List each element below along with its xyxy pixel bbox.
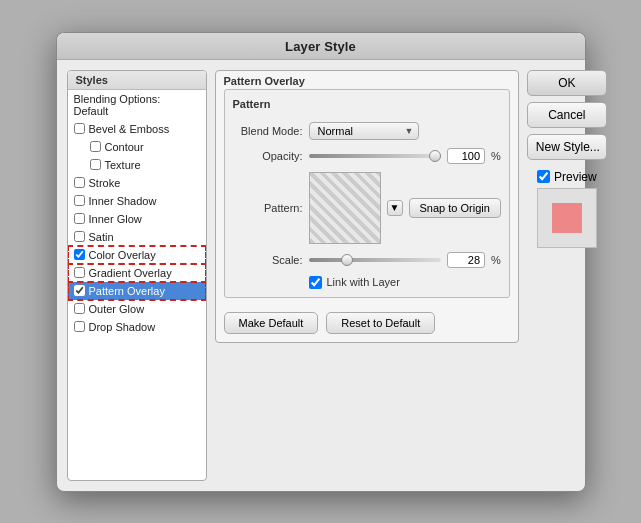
scale-label: Scale: — [233, 254, 303, 266]
styles-panel-title: Styles — [68, 71, 206, 90]
satin-checkbox[interactable] — [74, 231, 85, 242]
inner-shadow-checkbox[interactable] — [74, 195, 85, 206]
preview-checkbox[interactable] — [537, 170, 550, 183]
layer-style-dialog: Layer Style Styles Blending Options: Def… — [56, 32, 586, 492]
pattern-dropdown-btn[interactable]: ▼ — [387, 200, 403, 216]
blend-mode-row: Blend Mode: Normal Dissolve Multiply Scr… — [233, 122, 501, 140]
ok-button[interactable]: OK — [527, 70, 607, 96]
opacity-slider[interactable] — [309, 154, 442, 158]
pattern-subsection-title: Pattern — [233, 98, 501, 114]
sidebar-item-bevel-emboss[interactable]: Bevel & Emboss — [68, 120, 206, 138]
dialog-title: Layer Style — [57, 33, 585, 60]
center-panel: Pattern Overlay Pattern Blend Mode: Norm… — [215, 70, 519, 481]
sidebar-item-stroke[interactable]: Stroke — [68, 174, 206, 192]
gradient-overlay-checkbox[interactable] — [74, 267, 85, 278]
inner-glow-checkbox[interactable] — [74, 213, 85, 224]
sidebar-item-satin[interactable]: Satin — [68, 228, 206, 246]
sidebar-item-color-overlay[interactable]: Color Overlay — [68, 246, 206, 264]
pattern-swatch[interactable] — [309, 172, 381, 244]
opacity-row: Opacity: % — [233, 148, 501, 164]
stroke-checkbox[interactable] — [74, 177, 85, 188]
sidebar-item-contour[interactable]: Contour — [68, 138, 206, 156]
opacity-input[interactable] — [447, 148, 485, 164]
blend-mode-select[interactable]: Normal Dissolve Multiply Screen Overlay — [309, 122, 419, 140]
bottom-buttons: Make Default Reset to Default — [216, 306, 518, 342]
sidebar-item-inner-shadow[interactable]: Inner Shadow — [68, 192, 206, 210]
styles-panel: Styles Blending Options: Default Bevel &… — [67, 70, 207, 481]
drop-shadow-checkbox[interactable] — [74, 321, 85, 332]
color-overlay-checkbox[interactable] — [74, 249, 85, 260]
preview-section: Preview — [527, 170, 607, 248]
action-buttons: OK Cancel New Style... Preview — [527, 70, 607, 481]
contour-checkbox[interactable] — [90, 141, 101, 152]
pattern-overlay-title: Pattern Overlay — [216, 71, 518, 89]
preview-label-text: Preview — [554, 170, 597, 184]
link-layer-row: Link with Layer — [233, 276, 501, 289]
sidebar-item-outer-glow[interactable]: Outer Glow — [68, 300, 206, 318]
scale-input[interactable] — [447, 252, 485, 268]
pattern-preview-row: ▼ Snap to Origin — [309, 172, 501, 244]
texture-checkbox[interactable] — [90, 159, 101, 170]
blend-mode-label: Blend Mode: — [233, 125, 303, 137]
link-layer-checkbox[interactable] — [309, 276, 322, 289]
opacity-label: Opacity: — [233, 150, 303, 162]
sidebar-item-gradient-overlay[interactable]: Gradient Overlay — [68, 264, 206, 282]
opacity-slider-wrap: % — [309, 148, 501, 164]
preview-thumbnail — [537, 188, 597, 248]
cancel-button[interactable]: Cancel — [527, 102, 607, 128]
outer-glow-checkbox[interactable] — [74, 303, 85, 314]
scale-unit: % — [491, 254, 501, 266]
snap-to-origin-button[interactable]: Snap to Origin — [409, 198, 501, 218]
pattern-inner: Pattern Blend Mode: Normal Dissolve Mult… — [224, 89, 510, 298]
make-default-button[interactable]: Make Default — [224, 312, 319, 334]
sidebar-item-blending-options[interactable]: Blending Options: Default — [68, 90, 206, 120]
scale-slider-wrap: % — [309, 252, 501, 268]
scale-row: Scale: % — [233, 252, 501, 268]
opacity-unit: % — [491, 150, 501, 162]
reset-to-default-button[interactable]: Reset to Default — [326, 312, 435, 334]
sidebar-item-drop-shadow[interactable]: Drop Shadow — [68, 318, 206, 336]
blend-mode-select-wrapper: Normal Dissolve Multiply Screen Overlay … — [309, 122, 419, 140]
new-style-button[interactable]: New Style... — [527, 134, 607, 160]
preview-row: Preview — [537, 170, 597, 184]
sidebar-item-inner-glow[interactable]: Inner Glow — [68, 210, 206, 228]
blending-options-label: Blending Options: Default — [74, 93, 198, 117]
link-layer-label: Link with Layer — [327, 276, 400, 288]
scale-slider[interactable] — [309, 258, 442, 262]
pattern-row: Pattern: ▼ Snap to Origin — [233, 172, 501, 244]
sidebar-item-pattern-overlay[interactable]: Pattern Overlay — [68, 282, 206, 300]
bevel-emboss-checkbox[interactable] — [74, 123, 85, 134]
pattern-overlay-section: Pattern Overlay Pattern Blend Mode: Norm… — [215, 70, 519, 343]
pattern-label: Pattern: — [233, 202, 303, 214]
preview-inner — [552, 203, 582, 233]
sidebar-item-texture[interactable]: Texture — [68, 156, 206, 174]
pattern-overlay-checkbox[interactable] — [74, 285, 85, 296]
